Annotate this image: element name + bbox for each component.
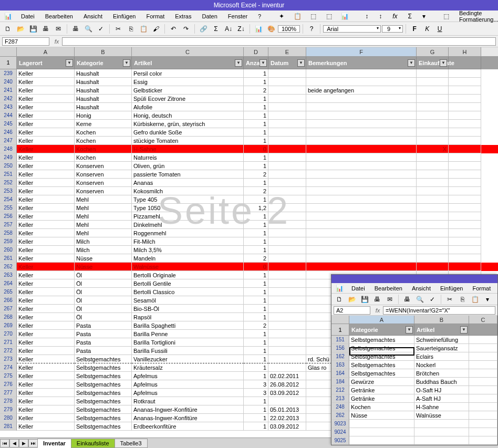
col-header-c[interactable]: C [132,47,244,56]
cell[interactable]: Selbstgemachtes [349,344,414,352]
cell[interactable] [306,254,417,263]
cell[interactable] [268,229,306,237]
menu-ansicht[interactable]: Ansicht [80,12,106,20]
cell[interactable]: 1 [244,212,268,221]
cell[interactable] [268,363,306,372]
cell[interactable]: stückige Tomaten [132,137,244,145]
spell-icon[interactable]: ✓ [95,24,107,34]
cell[interactable] [417,237,449,246]
cell[interactable] [268,145,306,153]
cell[interactable] [417,162,449,170]
underline-icon[interactable]: U [434,24,445,34]
menu-help[interactable]: ? [255,12,264,20]
cell[interactable]: Keller [17,128,75,137]
filter-einkaufsliste[interactable]: Einkaufsliste▼ [417,57,449,69]
filter-kategorie[interactable]: Kategorie▼ [349,324,414,336]
cell[interactable] [414,428,469,436]
filter-kategorie[interactable]: Kategorie▼ [75,57,132,69]
copy-icon[interactable]: ⎘ [456,294,468,305]
filter-dropdown-icon[interactable]: ▼ [440,59,447,67]
row-header[interactable]: 258 [0,229,17,237]
table-row[interactable]: 164SelbstgemachtesBrötchen [331,369,497,378]
cell[interactable]: 1 [244,95,268,103]
chart-icon[interactable]: 📊 [253,24,264,34]
cell[interactable] [349,436,414,445]
secondary-namebox[interactable]: A2 [334,306,370,315]
cell[interactable]: 1 [244,414,268,422]
cell[interactable]: Ananas [132,179,244,187]
cell[interactable]: 1 [244,229,268,237]
cell[interactable] [306,229,417,237]
cell[interactable]: Keller [17,330,75,338]
tab-tabelle3[interactable]: Tabelle3 [115,439,148,448]
row-header[interactable]: 240 [0,78,17,86]
cell[interactable] [306,246,417,254]
cell[interactable]: Keller [17,338,75,347]
cell[interactable]: Barilla Fussili [132,347,244,355]
menu-format[interactable]: Format [143,12,168,20]
cell[interactable]: Oliven, grün [132,162,244,170]
row-header[interactable]: 248 [331,403,349,411]
table-row[interactable]: 163SelbstgemachtesNockerl [331,361,497,369]
cell[interactable]: 05.01.2013 [268,405,306,414]
cell[interactable] [414,420,469,428]
cell[interactable]: 1 [244,422,268,431]
cell[interactable] [268,179,306,187]
cell[interactable] [417,263,449,271]
row-header[interactable]: 253 [0,187,17,195]
row-header[interactable]: 279 [0,405,17,414]
cell[interactable]: Pasta [75,321,132,330]
tab-last-icon[interactable]: ⏭ [28,439,38,447]
cell[interactable]: Nüsse [75,263,132,271]
table-row[interactable]: 212GetränkeO-Saft HJ [331,386,497,394]
menu-daten[interactable]: Daten [199,12,220,20]
cell[interactable]: 1 [244,397,268,405]
row-header[interactable]: 213 [331,394,349,403]
cell[interactable]: Bertolli Originale [132,271,244,279]
format-painter-icon[interactable]: 🖌 [150,24,162,34]
tab-prev-icon[interactable]: ◀ [9,439,19,447]
cell[interactable]: Getränke [349,394,414,403]
table-row[interactable]: 248KellerKochenH-Sahne0X [0,145,498,153]
cell[interactable] [417,254,449,263]
tool-icon[interactable]: ✦ [276,11,287,22]
cell[interactable]: 1 [244,78,268,86]
print-icon[interactable]: 🖶 [40,24,51,34]
cell[interactable]: 1 [244,296,268,305]
cell[interactable] [268,187,306,195]
cell[interactable]: Öl [75,296,132,305]
filter-dropdown-icon[interactable]: ▼ [408,59,415,67]
row-header[interactable]: 281 [0,422,17,431]
copy-icon[interactable]: ⎘ [125,24,137,34]
cell[interactable] [268,153,306,162]
cell[interactable]: Selbstgemachtes [349,352,414,361]
cut-icon[interactable]: ✂ [444,294,455,305]
cell[interactable]: Selbstgemachtes [75,389,132,397]
cell[interactable]: 1 [244,288,268,296]
row-header[interactable]: 270 [0,330,17,338]
cell[interactable]: Kochen [75,137,132,145]
cell[interactable]: Mehl [75,195,132,204]
cell[interactable] [268,338,306,347]
filter-dropdown-icon[interactable]: ▼ [123,59,130,67]
cell[interactable]: Haushalt [75,103,132,111]
tool-icon[interactable]: ↕ [362,11,371,22]
cell[interactable]: Keller [17,321,75,330]
row-header[interactable]: 251 [0,170,17,179]
row-header[interactable]: 255 [0,204,17,212]
cell[interactable]: Sauerteigansatz [414,344,469,352]
cell[interactable]: 0 [244,145,268,153]
print-icon[interactable]: 🖶 [70,24,81,34]
row-header[interactable]: 249 [0,153,17,162]
cell[interactable] [268,347,306,355]
table-row[interactable]: 213GetränkeA-Saft HJ [331,394,497,403]
cell[interactable] [417,204,449,212]
cell[interactable]: 3 [244,389,268,397]
table-row[interactable]: 257KellerMehlDinkelmehl1 [0,221,498,229]
cell[interactable]: 02.02.2011 [268,372,306,380]
cell[interactable]: 1 [244,120,268,128]
cell[interactable]: Selbstgemachtes [349,369,414,378]
cell[interactable] [417,229,449,237]
row-header[interactable]: 274 [0,363,17,372]
cell[interactable]: Keller [17,78,75,86]
